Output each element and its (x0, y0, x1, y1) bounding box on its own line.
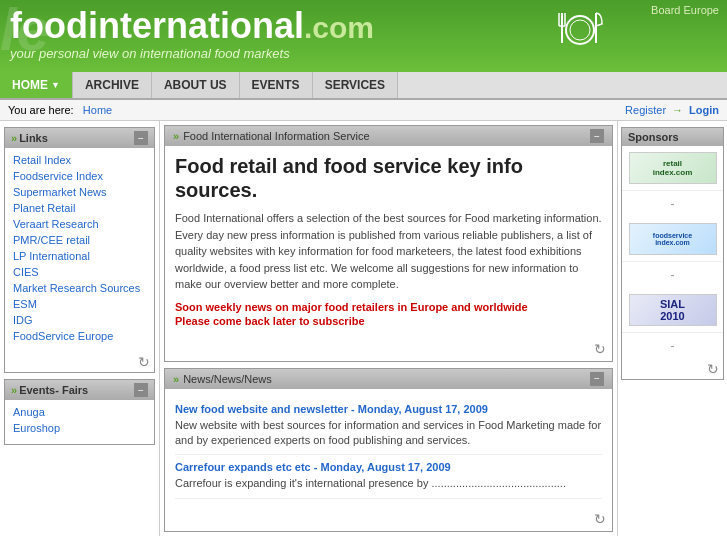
sponsors-scroll: ↻ (622, 359, 723, 379)
login-arrow-icon: → (672, 104, 683, 116)
nav-archive[interactable]: ARCHIVE (73, 72, 152, 98)
nav-services[interactable]: SERVICES (313, 72, 398, 98)
sponsor-dash: - (622, 262, 723, 288)
sponsors-section: Sponsors retail index.com-foodservice in… (621, 127, 724, 380)
sidebar-link-item[interactable]: Supermarket News (13, 184, 148, 200)
news-item-title[interactable]: Carrefour expands etc etc - Monday, Augu… (175, 461, 602, 473)
main-info-panel-header: » Food International Information Service… (165, 126, 612, 146)
sponsor-dash: - (622, 333, 723, 359)
sidebar-link-item[interactable]: Retail Index (13, 152, 148, 168)
svg-point-5 (570, 20, 590, 40)
main-info-highlight2: Please come back later to subscribe (175, 315, 602, 327)
sidebar-events-arrows: » (11, 384, 17, 396)
logo: foodinternational.com (10, 8, 717, 44)
main-info-title: Food International Information Service (183, 130, 590, 142)
breadcrumb: You are here: Home (8, 104, 112, 116)
news-item-description: New website with best sources for inform… (175, 418, 602, 449)
sidebar-link-item[interactable]: FoodService Europe (13, 328, 148, 344)
news-item-description: Carrefour is expanding it's internationa… (175, 476, 602, 491)
sponsors-panel: Sponsors retail index.com-foodservice in… (617, 121, 727, 536)
sidebar-links-scroll: ↻ (5, 352, 154, 372)
nav-home[interactable]: HOME▼ (0, 72, 73, 98)
sponsor-item[interactable]: foodservice index.com (622, 217, 723, 262)
sidebar-events-section: » Events- Fairs − AnugaEuroshop (4, 379, 155, 445)
sidebar-event-item[interactable]: Anuga (13, 404, 148, 420)
news-panel-header: » News/News/News − (165, 369, 612, 389)
nav-events[interactable]: EVENTS (240, 72, 313, 98)
sidebar-link-item[interactable]: Foodservice Index (13, 168, 148, 184)
logo-international: international (88, 5, 304, 46)
register-link[interactable]: Register (625, 104, 666, 116)
breadcrumb-home[interactable]: Home (83, 104, 112, 116)
news-panel-body: New food website and newsletter - Monday… (165, 389, 612, 507)
news-item: New food website and newsletter - Monday… (175, 397, 602, 456)
sponsor-dash: - (622, 191, 723, 217)
sponsor-logo: retail index.com (629, 152, 717, 184)
sponsors-header: Sponsors (622, 128, 723, 146)
sponsor-logo: SIAL 2010 (629, 294, 717, 326)
sidebar-events-collapse-btn[interactable]: − (134, 383, 148, 397)
sidebar-link-item[interactable]: LP International (13, 248, 148, 264)
news-item-title[interactable]: New food website and newsletter - Monday… (175, 403, 602, 415)
news-panel: » News/News/News − New food website and … (164, 368, 613, 532)
sidebar-links-list: Retail IndexFoodservice IndexSupermarket… (5, 148, 154, 352)
news-arrows: » (173, 373, 179, 385)
news-item: Carrefour expands etc etc - Monday, Augu… (175, 455, 602, 498)
navbar: HOME▼ ARCHIVE ABOUT US EVENTS SERVICES (0, 72, 727, 100)
logo-com: .com (304, 11, 374, 44)
sidebar-events-title: Events- Fairs (19, 384, 134, 396)
login-link[interactable]: Login (689, 104, 719, 116)
main-layout: » Links − Retail IndexFoodservice IndexS… (0, 121, 727, 536)
main-info-body: Food retail and food service key info so… (165, 146, 612, 337)
sidebar-link-item[interactable]: ESM (13, 296, 148, 312)
sidebar-link-item[interactable]: Veraart Research (13, 216, 148, 232)
news-collapse-btn[interactable]: − (590, 372, 604, 386)
news-scroll: ↻ (165, 507, 612, 531)
sidebar-link-item[interactable]: Planet Retail (13, 200, 148, 216)
nav-about-us[interactable]: ABOUT US (152, 72, 240, 98)
sidebar-link-item[interactable]: IDG (13, 312, 148, 328)
sidebar-links-title: Links (19, 132, 134, 144)
main-info-highlight1: Soon weekly news on major food retailers… (175, 301, 602, 313)
sponsor-item[interactable]: retail index.com (622, 146, 723, 191)
sidebar-event-item[interactable]: Euroshop (13, 420, 148, 436)
sidebar-link-item[interactable]: PMR/CEE retail (13, 232, 148, 248)
main-info-arrows: » (173, 130, 179, 142)
sidebar-link-item[interactable]: Market Research Sources (13, 280, 148, 296)
header-icons (552, 8, 607, 66)
sidebar-links-header: » Links − (5, 128, 154, 148)
sidebar-link-item[interactable]: CIES (13, 264, 148, 280)
sidebar-events-header: » Events- Fairs − (5, 380, 154, 400)
main-info-panel: » Food International Information Service… (164, 125, 613, 362)
sidebar-links-arrows: » (11, 132, 17, 144)
sidebar-links-section: » Links − Retail IndexFoodservice IndexS… (4, 127, 155, 373)
news-title: News/News/News (183, 373, 590, 385)
sponsor-item[interactable]: SIAL 2010 (622, 288, 723, 333)
main-info-description: Food International offers a selection of… (175, 210, 602, 293)
header-tagline: your personal view on international food… (10, 46, 717, 61)
breadcrumb-bar: You are here: Home Register → Login (0, 100, 727, 121)
sidebar-links-collapse-btn[interactable]: − (134, 131, 148, 145)
main-info-scroll: ↻ (165, 337, 612, 361)
sidebar-events-list: AnugaEuroshop (5, 400, 154, 444)
sponsors-list: retail index.com-foodservice index.com-S… (622, 146, 723, 359)
breadcrumb-label: You are here: (8, 104, 74, 116)
main-info-main-title: Food retail and food service key info so… (175, 154, 602, 202)
login-area: Register → Login (625, 104, 719, 116)
header-brand: foodinternational.com your personal view… (10, 8, 717, 61)
sidebar: » Links − Retail IndexFoodservice IndexS… (0, 121, 160, 536)
content-area: » Food International Information Service… (160, 121, 617, 536)
logo-food: food (10, 5, 88, 46)
header-board-europe: Board Europe (651, 4, 719, 16)
main-info-collapse-btn[interactable]: − (590, 129, 604, 143)
sponsor-logo: foodservice index.com (629, 223, 717, 255)
